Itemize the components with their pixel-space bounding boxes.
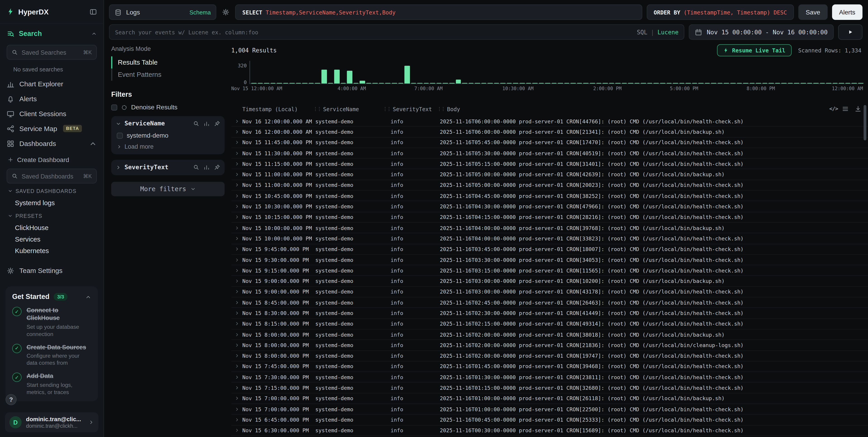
table-row[interactable]: Nov 15 8:00:00.000 PMsystemd-demoinfo202… xyxy=(231,351,868,361)
expand-row-chevron-icon[interactable] xyxy=(235,236,240,241)
facet-value-systemd-demo[interactable]: systemd-demo xyxy=(116,132,220,139)
expand-row-chevron-icon[interactable] xyxy=(235,268,240,273)
sidebar-item-service-map[interactable]: Service MapBETA xyxy=(0,121,103,136)
histogram-bar[interactable] xyxy=(270,83,276,83)
expand-row-chevron-icon[interactable] xyxy=(235,332,240,337)
histogram-bar[interactable] xyxy=(321,69,327,83)
histogram-bar[interactable] xyxy=(666,83,672,83)
histogram-bar[interactable] xyxy=(545,83,550,83)
expand-row-chevron-icon[interactable] xyxy=(235,279,240,283)
table-row[interactable]: Nov 15 6:15:00.000 PMsystemd-demoinfo202… xyxy=(231,436,868,437)
expand-row-chevron-icon[interactable] xyxy=(235,215,240,220)
alerts-button[interactable]: Alerts xyxy=(832,4,863,20)
date-range-picker[interactable]: Nov 15 00:00:00 - Nov 16 00:00:00 xyxy=(689,24,834,40)
pin-icon[interactable] xyxy=(214,121,220,127)
histogram-bar[interactable] xyxy=(622,83,627,83)
sidebar-item-chart-explorer[interactable]: Chart Explorer xyxy=(0,76,103,91)
resume-live-tail-button[interactable]: Resume Live Tail xyxy=(717,44,792,57)
histogram-bar[interactable] xyxy=(673,83,678,83)
histogram-bar[interactable] xyxy=(737,83,742,83)
chevron-up-icon[interactable] xyxy=(91,31,97,36)
table-row[interactable]: Nov 15 8:00:00.000 PMsystemd-demoinfo202… xyxy=(231,330,868,340)
histogram-bar[interactable] xyxy=(449,83,454,83)
histogram-bar[interactable] xyxy=(462,83,467,83)
expand-row-chevron-icon[interactable] xyxy=(235,321,240,326)
sidebar-item-dashboards[interactable]: Dashboards xyxy=(0,136,103,151)
histogram-bar[interactable] xyxy=(436,83,442,83)
histogram-bar[interactable] xyxy=(781,83,786,83)
histogram-bar[interactable] xyxy=(443,83,448,83)
histogram-bar[interactable] xyxy=(660,83,665,83)
histogram-bar[interactable] xyxy=(692,83,697,83)
histogram-bar[interactable] xyxy=(411,83,416,83)
histogram-bar[interactable] xyxy=(513,83,518,83)
expand-row-chevron-icon[interactable] xyxy=(235,417,240,422)
table-row[interactable]: Nov 15 6:30:00.000 PMsystemd-demoinfo202… xyxy=(231,426,868,436)
expand-row-chevron-icon[interactable] xyxy=(235,375,240,380)
dashboard-group-header-presets[interactable]: PRESETS xyxy=(0,209,103,222)
table-row[interactable]: Nov 15 10:45:00.000 PMsystemd-demoinfo20… xyxy=(231,191,868,201)
histogram-bar[interactable] xyxy=(251,83,256,83)
expand-row-chevron-icon[interactable] xyxy=(235,354,240,358)
expand-row-chevron-icon[interactable] xyxy=(235,129,240,134)
expand-row-chevron-icon[interactable] xyxy=(235,161,240,166)
table-row[interactable]: Nov 15 9:00:00.000 PMsystemd-demoinfo202… xyxy=(231,287,868,297)
facet-header-severitytext[interactable]: SeverityText xyxy=(116,164,220,171)
histogram-bar[interactable] xyxy=(743,83,748,83)
histogram-bar[interactable] xyxy=(257,83,263,83)
column-header-timestamp-local[interactable]: Timestamp (Local) xyxy=(242,106,313,112)
expand-row-chevron-icon[interactable] xyxy=(235,151,240,156)
table-row[interactable]: Nov 15 10:00:00.000 PMsystemd-demoinfo20… xyxy=(231,233,868,244)
column-drag-handle-icon[interactable]: ⋮⋮ xyxy=(313,106,321,112)
histogram-bar[interactable] xyxy=(379,83,384,83)
table-row[interactable]: Nov 15 11:15:00.000 PMsystemd-demoinfo20… xyxy=(231,159,868,169)
table-row[interactable]: Nov 15 8:45:00.000 PMsystemd-demoinfo202… xyxy=(231,297,868,308)
histogram-bar[interactable] xyxy=(430,83,435,83)
lucene-mode-toggle[interactable]: Lucene xyxy=(657,29,679,35)
histogram-bar[interactable] xyxy=(679,83,684,83)
user-menu[interactable]: D dominic.tran@clic... dominic.tran@clic… xyxy=(5,412,98,432)
histogram-bar[interactable] xyxy=(839,83,844,83)
histogram-bar[interactable] xyxy=(577,83,582,83)
table-row[interactable]: Nov 15 11:00:00.000 PMsystemd-demoinfo20… xyxy=(231,169,868,180)
histogram-bar[interactable] xyxy=(833,83,838,83)
histogram-bar[interactable] xyxy=(654,83,659,83)
more-filters-button[interactable]: More filters xyxy=(111,182,224,196)
histogram-bar[interactable] xyxy=(347,71,352,83)
source-settings-gear-icon[interactable] xyxy=(222,8,229,16)
histogram-bar[interactable] xyxy=(392,83,397,83)
saved-searches-input[interactable]: Saved Searches ⌘K xyxy=(6,45,97,60)
expand-row-chevron-icon[interactable] xyxy=(235,428,240,433)
pin-icon[interactable] xyxy=(214,164,220,170)
histogram-bar[interactable] xyxy=(749,83,755,83)
histogram-bar[interactable] xyxy=(398,83,403,83)
histogram-bar[interactable] xyxy=(826,83,831,83)
histogram-bar[interactable] xyxy=(852,83,857,83)
histogram-bar[interactable] xyxy=(481,83,486,83)
histogram-bar[interactable] xyxy=(424,83,429,83)
histogram-bar[interactable] xyxy=(794,83,799,83)
histogram-bar[interactable] xyxy=(283,83,288,83)
histogram-bar[interactable] xyxy=(264,83,269,83)
histogram-bar[interactable] xyxy=(520,83,525,83)
histogram-bar[interactable] xyxy=(609,83,614,83)
histogram-bar[interactable] xyxy=(539,83,544,83)
histogram-bar[interactable] xyxy=(417,83,423,83)
histogram-bar[interactable] xyxy=(360,81,365,83)
analysis-mode-event-patterns[interactable]: Event Patterns xyxy=(111,68,224,81)
load-more-button[interactable]: Load more xyxy=(116,143,220,150)
facet-chart-icon[interactable] xyxy=(204,121,210,127)
expand-row-chevron-icon[interactable] xyxy=(235,140,240,145)
table-row[interactable]: Nov 15 10:15:00.000 PMsystemd-demoinfo20… xyxy=(231,212,868,223)
histogram-bar[interactable] xyxy=(302,83,308,83)
table-row[interactable]: Nov 15 11:00:00.000 PMsystemd-demoinfo20… xyxy=(231,180,868,191)
column-drag-handle-icon[interactable]: ⋮⋮ xyxy=(437,106,445,112)
search-icon[interactable] xyxy=(193,121,199,127)
sidebar-item-systemd-logs[interactable]: Systemd logs xyxy=(0,197,103,208)
dashboard-group-header-saved-dashboards[interactable]: SAVED DASHBOARDS xyxy=(0,184,103,197)
histogram-bar[interactable] xyxy=(775,83,780,83)
table-row[interactable]: Nov 15 7:15:00.000 PMsystemd-demoinfo202… xyxy=(231,383,868,393)
histogram-bar[interactable] xyxy=(532,83,537,83)
histogram-bar[interactable] xyxy=(711,83,716,83)
table-row[interactable]: Nov 15 8:30:00.000 PMsystemd-demoinfo202… xyxy=(231,308,868,318)
